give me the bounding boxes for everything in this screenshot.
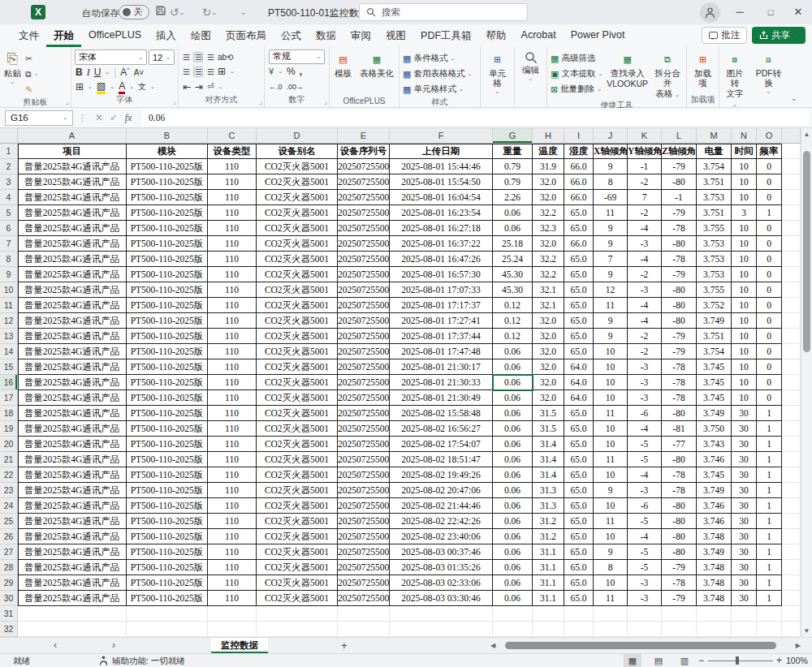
cell-A16[interactable]: 普量2025款4G通讯产品 bbox=[18, 375, 127, 390]
cell-H24[interactable]: 31.3 bbox=[533, 498, 564, 514]
zoom-out-button[interactable]: − bbox=[698, 654, 704, 667]
cell-F12[interactable]: 2025-08-01 17:27:41 bbox=[390, 313, 493, 329]
cell-D25[interactable]: CO2灭火器5001 bbox=[257, 514, 338, 529]
undo-button[interactable]: ↺⌄ bbox=[167, 4, 187, 20]
qat-customize-button[interactable]: ⌄ bbox=[234, 4, 253, 20]
cell-D12[interactable]: CO2灭火器5001 bbox=[257, 313, 338, 329]
cell-L2[interactable]: -79 bbox=[662, 159, 697, 174]
cell-E31[interactable] bbox=[338, 606, 390, 622]
cut-button[interactable]: ✂ bbox=[24, 51, 40, 66]
cell-I6[interactable]: 65.0 bbox=[564, 221, 594, 236]
format-as-table-button[interactable]: ▦套用表格格式⌄ bbox=[401, 67, 478, 81]
cell-I32[interactable] bbox=[564, 622, 594, 637]
cell-D19[interactable]: CO2灭火器5001 bbox=[257, 421, 338, 437]
cell-H13[interactable]: 32.0 bbox=[533, 329, 564, 344]
cell-J32[interactable] bbox=[594, 622, 628, 637]
cell-B20[interactable]: PT500-110-2025版 bbox=[127, 437, 208, 452]
cell-O24[interactable]: 1 bbox=[757, 498, 782, 514]
cell-O3[interactable]: 0 bbox=[757, 174, 782, 190]
alignment-dialog-launcher[interactable]: ⌟ bbox=[259, 98, 262, 105]
cell-G9[interactable]: 45.30 bbox=[493, 267, 533, 282]
cell-D15[interactable]: CO2灭火器5001 bbox=[257, 359, 338, 375]
row-header-23[interactable]: 23 bbox=[0, 483, 18, 498]
cell-C19[interactable]: 110 bbox=[208, 421, 257, 437]
cell-G27[interactable]: 0.06 bbox=[493, 544, 533, 560]
cell-O5[interactable]: 1 bbox=[757, 205, 782, 221]
cell-D2[interactable]: CO2灭火器5001 bbox=[257, 159, 338, 174]
cell-N16[interactable]: 10 bbox=[732, 375, 757, 390]
copy-button[interactable]: ⧉⌄ bbox=[24, 67, 40, 81]
cell-M31[interactable] bbox=[697, 606, 732, 622]
cell-N9[interactable]: 10 bbox=[732, 267, 757, 282]
cell-H4[interactable]: 32.0 bbox=[533, 190, 564, 205]
cell-G7[interactable]: 25.18 bbox=[493, 236, 533, 252]
ribbon-tab-PDF工具箱[interactable]: PDF工具箱 bbox=[413, 25, 479, 47]
cell-N27[interactable]: 30 bbox=[732, 544, 757, 560]
cell-D7[interactable]: CO2灭火器5001 bbox=[257, 236, 338, 252]
cell-D9[interactable]: CO2灭火器5001 bbox=[257, 267, 338, 282]
row-header-17[interactable]: 17 bbox=[0, 390, 18, 406]
cell-L8[interactable]: -78 bbox=[662, 252, 697, 267]
cell-H29[interactable]: 31.1 bbox=[533, 575, 564, 591]
cell-G28[interactable]: 0.06 bbox=[493, 560, 533, 575]
cell-J8[interactable]: 7 bbox=[594, 252, 628, 267]
column-header-B[interactable]: B bbox=[127, 128, 208, 144]
cell-K4[interactable]: 7 bbox=[628, 190, 662, 205]
cell-H22[interactable]: 31.4 bbox=[533, 467, 564, 483]
decrease-indent-button[interactable]: ⇤ bbox=[183, 81, 191, 93]
cell-I2[interactable]: 66.0 bbox=[564, 159, 594, 174]
cell-O12[interactable]: 0 bbox=[757, 313, 782, 329]
cell-F31[interactable] bbox=[390, 606, 493, 622]
cell-L32[interactable] bbox=[662, 622, 697, 637]
cell-K2[interactable]: -1 bbox=[628, 159, 662, 174]
cell-A32[interactable] bbox=[18, 622, 127, 637]
cell-M23[interactable]: 3.749 bbox=[697, 483, 732, 498]
cell-M27[interactable]: 3.749 bbox=[697, 544, 732, 560]
cell-A25[interactable]: 普量2025款4G通讯产品 bbox=[18, 514, 127, 529]
zoom-in-button[interactable]: + bbox=[776, 654, 782, 667]
cell-O25[interactable]: 1 bbox=[757, 514, 782, 529]
cell-L5[interactable]: -79 bbox=[662, 205, 697, 221]
cell-K32[interactable] bbox=[628, 622, 662, 637]
cell-N29[interactable]: 30 bbox=[732, 575, 757, 591]
cell-I1[interactable]: 湿度 bbox=[564, 144, 594, 159]
cell-J4[interactable]: -69 bbox=[594, 190, 628, 205]
cell-B2[interactable]: PT500-110-2025版 bbox=[127, 159, 208, 174]
cell-M4[interactable]: 3.753 bbox=[697, 190, 732, 205]
cell-N7[interactable]: 10 bbox=[732, 236, 757, 252]
cell-N21[interactable]: 30 bbox=[732, 452, 757, 467]
cell-B27[interactable]: PT500-110-2025版 bbox=[127, 544, 208, 560]
ribbon-tab-帮助[interactable]: 帮助 bbox=[479, 25, 514, 47]
cell-C13[interactable]: 110 bbox=[208, 329, 257, 344]
cell-L20[interactable]: -77 bbox=[662, 437, 697, 452]
cell-O10[interactable]: 0 bbox=[757, 282, 782, 298]
cell-A19[interactable]: 普量2025款4G通讯产品 bbox=[18, 421, 127, 437]
ribbon-tab-视图[interactable]: 视图 bbox=[378, 25, 413, 47]
cell-N14[interactable]: 10 bbox=[732, 344, 757, 359]
text-extract-button[interactable]: ▣文本提取⌄ bbox=[549, 67, 604, 81]
cell-N11[interactable]: 10 bbox=[732, 298, 757, 313]
cell-H15[interactable]: 32.0 bbox=[533, 359, 564, 375]
cell-J13[interactable]: 9 bbox=[594, 329, 628, 344]
cell-N17[interactable]: 10 bbox=[732, 390, 757, 406]
cell-M24[interactable]: 3.746 bbox=[697, 498, 732, 514]
cell-C26[interactable]: 110 bbox=[208, 529, 257, 544]
cell-C27[interactable]: 110 bbox=[208, 544, 257, 560]
cell-M19[interactable]: 3.750 bbox=[697, 421, 732, 437]
cell-H12[interactable]: 32.0 bbox=[533, 313, 564, 329]
title-dropdown-icon[interactable]: ⌄ bbox=[349, 7, 356, 16]
formula-input[interactable]: 0.06 bbox=[142, 110, 809, 126]
cell-O16[interactable]: 0 bbox=[757, 375, 782, 390]
cell-C16[interactable]: 110 bbox=[208, 375, 257, 390]
cell-G19[interactable]: 0.06 bbox=[493, 421, 533, 437]
format-painter-button[interactable]: ✎ bbox=[24, 82, 40, 97]
row-header-21[interactable]: 21 bbox=[0, 452, 18, 467]
font-color-dropdown-icon[interactable]: ⌄ bbox=[129, 84, 134, 90]
template-button[interactable]: ▤ 模板 bbox=[332, 49, 354, 97]
scroll-up-icon[interactable]: ▲ bbox=[801, 128, 812, 140]
formula-bar-grip[interactable]: ⋮ bbox=[78, 113, 87, 123]
cell-F19[interactable]: 2025-08-02 16:56:27 bbox=[390, 421, 493, 437]
avatar[interactable] bbox=[700, 2, 720, 23]
cell-E3[interactable]: 202507255001 bbox=[338, 174, 390, 190]
cell-G16[interactable]: 0.06 bbox=[493, 375, 533, 390]
